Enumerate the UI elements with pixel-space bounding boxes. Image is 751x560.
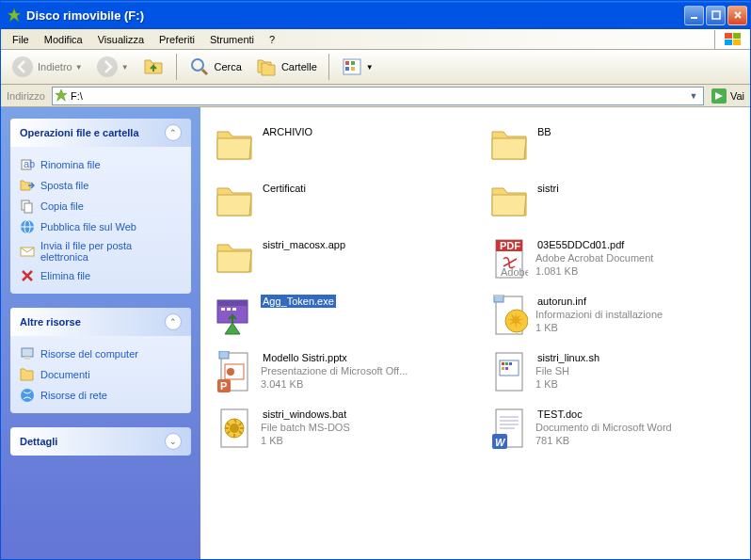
address-input[interactable]: F:\ ▼ [52,87,704,105]
file-item[interactable]: sistri_windows.batFile batch MS-DOS1 KB [210,404,466,453]
chevron-down-icon: ▼ [121,63,129,72]
search-label: Cerca [215,61,242,72]
svg-text:P: P [220,380,227,392]
details-title: Dettagli [20,436,57,447]
file-item[interactable]: PDFAdobe03E55DDCd01.pdfAdobe Acrobat Doc… [485,234,741,283]
address-dropdown[interactable]: ▼ [686,91,701,101]
forward-button[interactable]: ▼ [90,53,135,81]
separator [328,54,329,80]
file-type: File batch MS-DOS [261,421,350,434]
svg-rect-50 [502,362,504,365]
file-item[interactable]: autorun.infInformazioni di installazione… [485,291,741,340]
file-item[interactable]: BB [485,121,741,170]
svg-rect-1 [691,17,697,19]
svg-rect-26 [22,348,33,357]
folder-icon [487,180,532,225]
details-header[interactable]: Dettagli ⌄ [10,427,191,456]
rename-icon: ab [20,157,35,172]
task-link[interactable]: Risorse di rete [20,385,182,406]
task-link-label: Elimina file [40,270,90,281]
file-name: Certificati [261,182,308,195]
back-button[interactable]: Indietro ▼ [6,53,88,81]
file-item[interactable]: WTEST.docDocumento di Microsoft Word781 … [485,404,741,453]
svg-point-45 [227,368,234,376]
task-link[interactable]: Documenti [20,364,182,385]
file-name: sistri [535,182,561,195]
svg-rect-15 [351,67,355,71]
titlebar[interactable]: Disco rimovibile (F:) [1,1,750,29]
file-view[interactable]: ARCHIVIOBBCertificatisistrisistri_macosx… [200,107,750,559]
task-link[interactable]: Copia file [20,196,182,216]
menu-tools[interactable]: Strumenti [202,32,262,47]
task-link[interactable]: Pubblica file sul Web [20,216,182,237]
folder-icon [212,180,257,225]
doc-icon: W [487,406,532,451]
svg-line-10 [202,70,207,74]
svg-point-9 [192,59,203,71]
file-item[interactable]: Agg_Token.exe [210,291,466,340]
task-link[interactable]: Risorse del computer [20,344,182,364]
minimize-button[interactable] [684,6,704,25]
back-icon [11,56,34,78]
other-title: Altre risorse [20,316,81,328]
file-item[interactable]: ARCHIVIO [210,121,466,170]
file-item[interactable]: sistri_macosx.app [210,234,466,283]
file-size: 3.041 KB [261,377,407,391]
task-link-label: Copia file [40,200,84,212]
menu-edit[interactable]: Modifica [37,32,90,47]
task-link[interactable]: Invia il file per posta elettronica [20,237,182,265]
file-name: Modello Sistri.pptx [261,351,407,364]
other-header[interactable]: Altre risorse ⌃ [10,308,191,336]
file-item[interactable]: Certificati [210,178,466,227]
up-button[interactable] [136,53,170,81]
search-icon [188,56,211,78]
close-button[interactable] [727,6,747,25]
menu-help[interactable]: ? [262,32,282,47]
pptx-icon: P [212,349,257,394]
go-label: Vai [730,90,744,102]
toolbar: Indietro ▼ ▼ Cerca Cartelle ▼ [1,50,750,85]
file-info: sistri [535,180,561,195]
menu-file[interactable]: File [5,32,37,47]
task-link[interactable]: abRinomina file [20,154,182,175]
file-name: 03E55DDCd01.pdf [535,238,653,251]
tasks-title: Operazioni file e cartella [20,127,139,138]
svg-point-57 [230,424,239,433]
tasks-header[interactable]: Operazioni file e cartella ⌃ [10,119,191,147]
task-link[interactable]: Elimina file [20,265,182,286]
svg-rect-21 [24,203,32,213]
svg-rect-12 [345,61,349,65]
folder-icon [212,123,257,168]
views-button[interactable]: ▼ [335,53,379,81]
maximize-button[interactable] [706,6,726,25]
folders-icon [255,56,278,78]
folders-label: Cartelle [281,61,317,72]
file-name: TEST.doc [535,408,672,421]
docs-icon [20,367,35,382]
file-item[interactable]: sistri_linux.shFile SH1 KB [485,347,741,396]
drive-icon [7,8,22,23]
file-info: sistri_windows.batFile batch MS-DOS1 KB [261,406,350,448]
file-size: 1 KB [261,434,350,447]
task-link[interactable]: Sposta file [20,175,182,196]
computer-icon [20,346,35,361]
file-grid: ARCHIVIOBBCertificatisistrisistri_macosx… [210,121,741,453]
back-label: Indietro [38,61,72,72]
search-button[interactable]: Cerca [183,53,248,81]
file-type: Presentazione di Microsoft Off... [261,364,407,377]
file-item[interactable]: PModello Sistri.pptxPresentazione di Mic… [210,347,466,396]
file-name: sistri_windows.bat [261,408,350,421]
other-panel: Altre risorse ⌃ Risorse del computerDocu… [10,308,191,413]
svg-rect-51 [505,362,508,365]
svg-text:W: W [495,437,506,448]
file-item[interactable]: sistri [485,178,741,227]
exe-icon [212,293,257,338]
file-name: sistri_macosx.app [261,238,347,251]
svg-rect-27 [24,357,30,360]
window-title: Disco rimovibile (F:) [26,8,684,23]
menu-view[interactable]: Visualizza [90,32,152,47]
menu-favorites[interactable]: Preferiti [152,32,202,47]
go-button[interactable]: Vai [708,88,747,104]
folders-button[interactable]: Cartelle [249,53,323,81]
folder-icon [212,236,257,281]
